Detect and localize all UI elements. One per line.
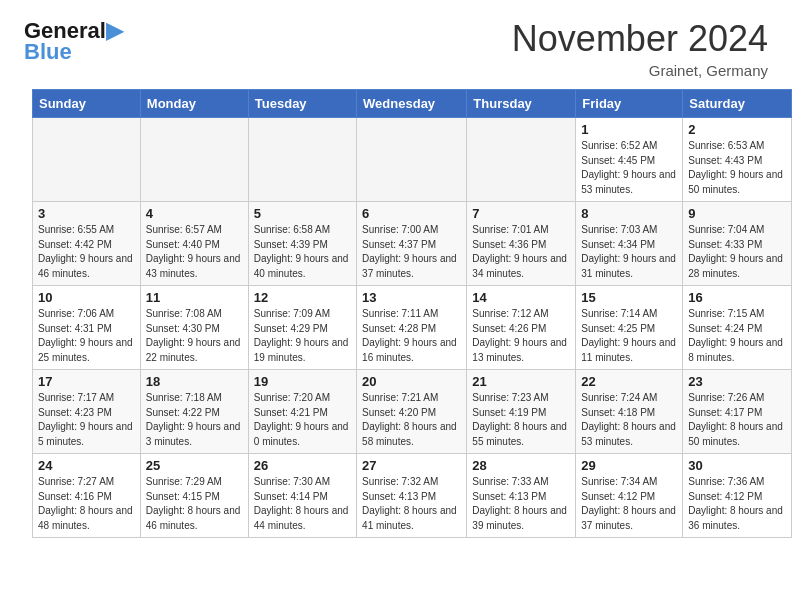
calendar-cell: 23Sunrise: 7:26 AM Sunset: 4:17 PM Dayli… [683,370,792,454]
day-number: 20 [362,374,461,389]
day-number: 22 [581,374,677,389]
day-info: Sunrise: 7:11 AM Sunset: 4:28 PM Dayligh… [362,307,461,365]
calendar-cell [357,118,467,202]
calendar-cell: 9Sunrise: 7:04 AM Sunset: 4:33 PM Daylig… [683,202,792,286]
day-info: Sunrise: 7:01 AM Sunset: 4:36 PM Dayligh… [472,223,570,281]
day-number: 29 [581,458,677,473]
calendar-header-row: SundayMondayTuesdayWednesdayThursdayFrid… [33,90,792,118]
day-number: 14 [472,290,570,305]
calendar-table: SundayMondayTuesdayWednesdayThursdayFrid… [32,89,792,538]
day-number: 23 [688,374,786,389]
calendar-cell: 13Sunrise: 7:11 AM Sunset: 4:28 PM Dayli… [357,286,467,370]
day-number: 18 [146,374,243,389]
calendar-cell [248,118,356,202]
page-header: General▶ Blue November 2024 Grainet, Ger… [0,0,792,89]
calendar-cell: 17Sunrise: 7:17 AM Sunset: 4:23 PM Dayli… [33,370,141,454]
day-info: Sunrise: 6:58 AM Sunset: 4:39 PM Dayligh… [254,223,351,281]
day-info: Sunrise: 7:17 AM Sunset: 4:23 PM Dayligh… [38,391,135,449]
day-number: 13 [362,290,461,305]
logo: General▶ Blue [24,18,123,65]
calendar-cell: 16Sunrise: 7:15 AM Sunset: 4:24 PM Dayli… [683,286,792,370]
calendar-cell: 7Sunrise: 7:01 AM Sunset: 4:36 PM Daylig… [467,202,576,286]
calendar-cell: 21Sunrise: 7:23 AM Sunset: 4:19 PM Dayli… [467,370,576,454]
day-info: Sunrise: 7:27 AM Sunset: 4:16 PM Dayligh… [38,475,135,533]
calendar-cell: 22Sunrise: 7:24 AM Sunset: 4:18 PM Dayli… [576,370,683,454]
day-info: Sunrise: 7:00 AM Sunset: 4:37 PM Dayligh… [362,223,461,281]
day-info: Sunrise: 7:23 AM Sunset: 4:19 PM Dayligh… [472,391,570,449]
day-number: 7 [472,206,570,221]
calendar-cell: 14Sunrise: 7:12 AM Sunset: 4:26 PM Dayli… [467,286,576,370]
day-info: Sunrise: 6:52 AM Sunset: 4:45 PM Dayligh… [581,139,677,197]
weekday-header-tuesday: Tuesday [248,90,356,118]
calendar-cell: 8Sunrise: 7:03 AM Sunset: 4:34 PM Daylig… [576,202,683,286]
week-row-1: 1Sunrise: 6:52 AM Sunset: 4:45 PM Daylig… [33,118,792,202]
day-info: Sunrise: 7:12 AM Sunset: 4:26 PM Dayligh… [472,307,570,365]
calendar-cell: 28Sunrise: 7:33 AM Sunset: 4:13 PM Dayli… [467,454,576,538]
day-number: 17 [38,374,135,389]
day-info: Sunrise: 6:55 AM Sunset: 4:42 PM Dayligh… [38,223,135,281]
weekday-header-friday: Friday [576,90,683,118]
weekday-header-saturday: Saturday [683,90,792,118]
day-number: 8 [581,206,677,221]
calendar-cell [140,118,248,202]
day-number: 19 [254,374,351,389]
day-info: Sunrise: 7:36 AM Sunset: 4:12 PM Dayligh… [688,475,786,533]
day-number: 26 [254,458,351,473]
day-number: 9 [688,206,786,221]
day-info: Sunrise: 7:33 AM Sunset: 4:13 PM Dayligh… [472,475,570,533]
week-row-3: 10Sunrise: 7:06 AM Sunset: 4:31 PM Dayli… [33,286,792,370]
calendar-cell: 27Sunrise: 7:32 AM Sunset: 4:13 PM Dayli… [357,454,467,538]
month-title: November 2024 [512,18,768,60]
day-number: 3 [38,206,135,221]
day-info: Sunrise: 7:26 AM Sunset: 4:17 PM Dayligh… [688,391,786,449]
day-number: 11 [146,290,243,305]
calendar-cell: 26Sunrise: 7:30 AM Sunset: 4:14 PM Dayli… [248,454,356,538]
day-number: 6 [362,206,461,221]
week-row-4: 17Sunrise: 7:17 AM Sunset: 4:23 PM Dayli… [33,370,792,454]
weekday-header-monday: Monday [140,90,248,118]
calendar-cell: 1Sunrise: 6:52 AM Sunset: 4:45 PM Daylig… [576,118,683,202]
calendar-cell: 3Sunrise: 6:55 AM Sunset: 4:42 PM Daylig… [33,202,141,286]
day-number: 10 [38,290,135,305]
day-info: Sunrise: 7:30 AM Sunset: 4:14 PM Dayligh… [254,475,351,533]
calendar-body: 1Sunrise: 6:52 AM Sunset: 4:45 PM Daylig… [33,118,792,538]
day-number: 25 [146,458,243,473]
day-info: Sunrise: 7:04 AM Sunset: 4:33 PM Dayligh… [688,223,786,281]
day-info: Sunrise: 7:15 AM Sunset: 4:24 PM Dayligh… [688,307,786,365]
day-info: Sunrise: 7:34 AM Sunset: 4:12 PM Dayligh… [581,475,677,533]
day-info: Sunrise: 7:06 AM Sunset: 4:31 PM Dayligh… [38,307,135,365]
calendar-cell: 6Sunrise: 7:00 AM Sunset: 4:37 PM Daylig… [357,202,467,286]
calendar-cell: 15Sunrise: 7:14 AM Sunset: 4:25 PM Dayli… [576,286,683,370]
day-info: Sunrise: 7:32 AM Sunset: 4:13 PM Dayligh… [362,475,461,533]
calendar-cell: 11Sunrise: 7:08 AM Sunset: 4:30 PM Dayli… [140,286,248,370]
location: Grainet, Germany [512,62,768,79]
calendar-cell: 5Sunrise: 6:58 AM Sunset: 4:39 PM Daylig… [248,202,356,286]
day-info: Sunrise: 7:24 AM Sunset: 4:18 PM Dayligh… [581,391,677,449]
day-number: 24 [38,458,135,473]
day-number: 27 [362,458,461,473]
day-number: 28 [472,458,570,473]
day-number: 5 [254,206,351,221]
day-number: 30 [688,458,786,473]
day-info: Sunrise: 7:29 AM Sunset: 4:15 PM Dayligh… [146,475,243,533]
calendar-cell: 20Sunrise: 7:21 AM Sunset: 4:20 PM Dayli… [357,370,467,454]
day-info: Sunrise: 6:57 AM Sunset: 4:40 PM Dayligh… [146,223,243,281]
calendar-cell [33,118,141,202]
day-number: 21 [472,374,570,389]
day-number: 1 [581,122,677,137]
day-number: 12 [254,290,351,305]
day-info: Sunrise: 7:09 AM Sunset: 4:29 PM Dayligh… [254,307,351,365]
day-info: Sunrise: 7:03 AM Sunset: 4:34 PM Dayligh… [581,223,677,281]
calendar-cell: 19Sunrise: 7:20 AM Sunset: 4:21 PM Dayli… [248,370,356,454]
calendar-cell: 12Sunrise: 7:09 AM Sunset: 4:29 PM Dayli… [248,286,356,370]
day-info: Sunrise: 7:21 AM Sunset: 4:20 PM Dayligh… [362,391,461,449]
calendar-cell: 24Sunrise: 7:27 AM Sunset: 4:16 PM Dayli… [33,454,141,538]
day-number: 16 [688,290,786,305]
calendar-cell: 18Sunrise: 7:18 AM Sunset: 4:22 PM Dayli… [140,370,248,454]
weekday-header-wednesday: Wednesday [357,90,467,118]
calendar-cell: 25Sunrise: 7:29 AM Sunset: 4:15 PM Dayli… [140,454,248,538]
weekday-header-thursday: Thursday [467,90,576,118]
title-block: November 2024 Grainet, Germany [512,18,768,79]
day-info: Sunrise: 7:20 AM Sunset: 4:21 PM Dayligh… [254,391,351,449]
logo-text: General▶ Blue [24,18,123,65]
